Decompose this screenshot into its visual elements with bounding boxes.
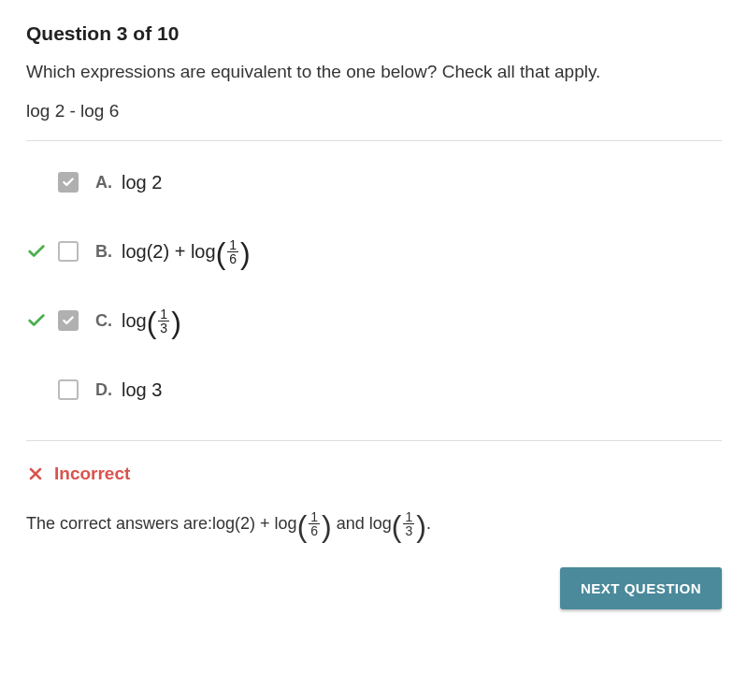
fraction-c: 1 3 <box>158 307 169 335</box>
answer-letter-d: D. <box>95 380 112 400</box>
answer-letter-a: A. <box>95 173 112 193</box>
frac-den-c: 3 <box>158 321 169 335</box>
divider <box>26 140 722 141</box>
correct-ans-2: log ( 1 3 ) <box>369 510 426 537</box>
correct-and: and <box>332 514 369 534</box>
x-icon <box>26 464 45 483</box>
result-section: Incorrect The correct answers are: log(2… <box>26 464 722 537</box>
check-icon <box>26 241 47 262</box>
answer-list: A. log 2 B. log(2) + log ( 1 6 ) C. <box>26 164 722 408</box>
divider <box>26 440 722 441</box>
checkbox-c[interactable] <box>58 310 79 331</box>
answer-letter-c: C. <box>95 311 112 331</box>
answer-row-c: C. log ( 1 3 ) <box>60 302 722 339</box>
correct-ans1-text: log(2) + log <box>212 514 297 534</box>
frac-den-b: 6 <box>227 251 238 265</box>
correct-suffix: . <box>426 514 431 534</box>
checkbox-a[interactable] <box>58 172 79 193</box>
correct-mark-b <box>26 241 58 262</box>
answer-text-c: log <box>122 310 147 332</box>
checkbox-b[interactable] <box>58 241 79 262</box>
button-row: NEXT QUESTION <box>26 567 722 609</box>
next-question-button[interactable]: NEXT QUESTION <box>560 567 722 609</box>
answer-row-a: A. log 2 <box>60 164 722 201</box>
check-icon <box>26 310 47 331</box>
correct-prefix: The correct answers are: <box>26 514 212 534</box>
frac-num-c: 1 <box>158 307 169 321</box>
answer-content-c: log ( 1 3 ) <box>122 307 181 335</box>
answer-row-b: B. log(2) + log ( 1 6 ) <box>60 233 722 270</box>
frac-den-ans2: 3 <box>403 523 414 537</box>
correct-mark-c <box>26 310 58 331</box>
frac-den-ans1: 6 <box>309 523 320 537</box>
answer-content-d: log 3 <box>122 379 162 401</box>
question-header: Question 3 of 10 <box>26 22 722 45</box>
frac-num-b: 1 <box>227 238 238 251</box>
frac-num-ans2: 1 <box>403 510 414 523</box>
result-status: Incorrect <box>26 464 722 484</box>
answer-letter-b: B. <box>95 242 112 262</box>
fraction-ans1: 1 6 <box>309 510 320 537</box>
answer-text-b: log(2) + log <box>122 241 216 263</box>
answer-content-a: log 2 <box>122 172 162 193</box>
frac-num-ans1: 1 <box>309 510 320 523</box>
answer-content-b: log(2) + log ( 1 6 ) <box>122 238 251 265</box>
correct-ans2-text: log <box>369 514 392 534</box>
result-status-text: Incorrect <box>54 464 130 484</box>
answer-row-d: D. log 3 <box>60 371 722 408</box>
question-text: Which expressions are equivalent to the … <box>26 62 722 82</box>
fraction-ans2: 1 3 <box>403 510 414 537</box>
checkbox-d[interactable] <box>58 379 79 400</box>
question-expression: log 2 - log 6 <box>26 101 722 121</box>
correct-ans-1: log(2) + log ( 1 6 ) <box>212 510 332 537</box>
fraction-b: 1 6 <box>227 238 238 265</box>
correct-answers: The correct answers are: log(2) + log ( … <box>26 510 722 537</box>
